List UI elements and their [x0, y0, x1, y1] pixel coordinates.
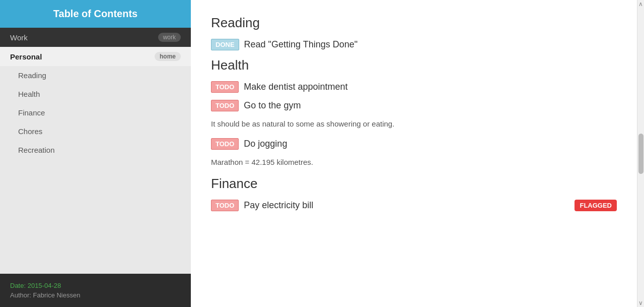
scrollbar[interactable]: ∧ ∨ — [637, 0, 644, 307]
badge-todo: TODO — [211, 200, 239, 211]
scroll-down-arrow[interactable]: ∨ — [638, 300, 643, 306]
badge-todo: TODO — [211, 138, 239, 150]
sidebar-personal-badge: home — [155, 52, 181, 61]
sidebar-subitem-health[interactable]: Health — [0, 85, 191, 103]
section-heading-health: Health — [211, 57, 617, 73]
sidebar-author: Author: Fabrice Niessen — [10, 291, 181, 299]
task-item: TODO Make dentist appointment — [211, 81, 617, 93]
sidebar-footer: Date: 2015-04-28 Author: Fabrice Niessen — [0, 274, 191, 307]
badge-todo: TODO — [211, 100, 239, 111]
section-heading-reading: Reading — [211, 15, 617, 31]
sidebar-title: Table of Contents — [0, 0, 191, 28]
section-heading-finance: Finance — [211, 176, 617, 192]
sidebar-item-personal[interactable]: Personal home — [0, 47, 191, 66]
sidebar-date: Date: 2015-04-28 — [10, 282, 181, 289]
task-item: DONE Read "Getting Things Done" — [211, 39, 617, 50]
sidebar: Table of Contents Work work Personal hom… — [0, 0, 191, 307]
sidebar-subitem-chores[interactable]: Chores — [0, 122, 191, 141]
sidebar-subitem-reading[interactable]: Reading — [0, 66, 191, 85]
task-item: TODO Do jogging — [211, 138, 617, 150]
badge-done: DONE — [211, 39, 239, 50]
sidebar-work-label: Work — [10, 33, 28, 42]
scroll-up-arrow[interactable]: ∧ — [638, 1, 643, 7]
task-label: Go to the gym — [244, 100, 301, 111]
task-note: Marathon = 42.195 kilometres. — [211, 157, 617, 168]
task-label: Read "Getting Things Done" — [244, 39, 358, 50]
task-label: Do jogging — [244, 139, 287, 149]
scroll-thumb[interactable] — [638, 134, 643, 174]
sidebar-work-badge: work — [158, 33, 181, 42]
sidebar-subitem-finance[interactable]: Finance — [0, 103, 191, 122]
task-label: Make dentist appointment — [244, 82, 347, 92]
task-item: TODO Go to the gym — [211, 100, 617, 111]
main-content: Reading DONE Read "Getting Things Done" … — [191, 0, 637, 307]
badge-todo: TODO — [211, 81, 239, 93]
task-label: Pay electricity bill — [244, 200, 313, 211]
sidebar-personal-label: Personal — [10, 52, 42, 61]
task-item: TODO Pay electricity bill FLAGGED — [211, 200, 617, 211]
sidebar-subitem-recreation[interactable]: Recreation — [0, 141, 191, 159]
task-note: It should be as natural to some as showe… — [211, 118, 617, 130]
badge-flagged: FLAGGED — [575, 200, 617, 211]
sidebar-subitems: Reading Health Finance Chores Recreation — [0, 66, 191, 274]
sidebar-item-work[interactable]: Work work — [0, 28, 191, 47]
